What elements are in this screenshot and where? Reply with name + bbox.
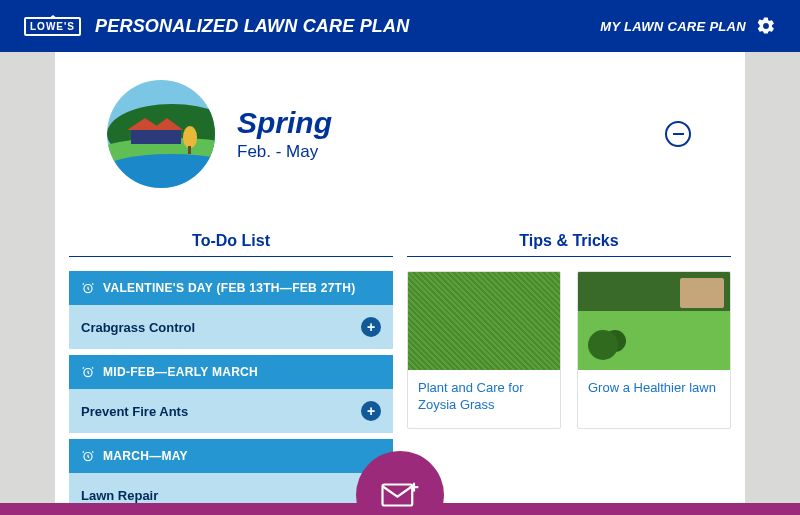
todo-group-label: VALENTINE'S DAY (FEB 13TH—FEB 27TH) [103, 281, 356, 295]
todo-group-header[interactable]: VALENTINE'S DAY (FEB 13TH—FEB 27TH) [69, 271, 393, 305]
task-label: Crabgrass Control [81, 320, 195, 335]
expand-task-button[interactable]: + [361, 401, 381, 421]
logo-text: LOWE'S [30, 21, 75, 32]
envelope-plus-icon [379, 479, 421, 511]
header-left: LOWE'S PERSONALIZED LAWN CARE PLAN [24, 16, 409, 37]
tips-heading: Tips & Tricks [407, 232, 731, 257]
my-plan-link[interactable]: MY LAWN CARE PLAN [600, 19, 746, 34]
svg-rect-3 [383, 485, 413, 506]
season-illustration [107, 80, 215, 188]
todo-groups: VALENTINE'S DAY (FEB 13TH—FEB 27TH) Crab… [69, 271, 393, 515]
header-right: MY LAWN CARE PLAN [600, 16, 776, 36]
todo-group-header[interactable]: MID-FEB—EARLY MARCH [69, 355, 393, 389]
todo-group-label: MID-FEB—EARLY MARCH [103, 365, 258, 379]
tips-column: Tips & Tricks Plant and Care for Zoysia … [407, 232, 731, 515]
task-label: Prevent Fire Ants [81, 404, 188, 419]
tip-thumbnail [578, 272, 730, 370]
tips-grid: Plant and Care for Zoysia Grass Grow a H… [407, 271, 731, 429]
collapse-button[interactable] [665, 121, 691, 147]
tip-card[interactable]: Plant and Care for Zoysia Grass [407, 271, 561, 429]
alarm-clock-icon [81, 449, 95, 463]
task-label: Lawn Repair [81, 488, 158, 503]
page-body: Spring Feb. - May To-Do List VALENTINE'S… [0, 52, 800, 515]
tip-label: Plant and Care for Zoysia Grass [408, 370, 560, 428]
season-header-row: Spring Feb. - May [55, 80, 745, 188]
season-subtitle: Feb. - May [237, 142, 332, 162]
expand-task-button[interactable]: + [361, 317, 381, 337]
alarm-clock-icon [81, 281, 95, 295]
tip-label: Grow a Healthier lawn [578, 370, 730, 416]
season-text: Spring Feb. - May [237, 106, 332, 162]
season-title: Spring [237, 106, 332, 140]
app-header: LOWE'S PERSONALIZED LAWN CARE PLAN MY LA… [0, 0, 800, 52]
minus-icon [673, 133, 684, 136]
todo-task-row[interactable]: Crabgrass Control + [69, 305, 393, 349]
todo-group: MID-FEB—EARLY MARCH Prevent Fire Ants + [69, 355, 393, 433]
page-title: PERSONALIZED LAWN CARE PLAN [95, 16, 409, 37]
tip-thumbnail [408, 272, 560, 370]
todo-heading: To-Do List [69, 232, 393, 257]
tip-card[interactable]: Grow a Healthier lawn [577, 271, 731, 429]
todo-group-header[interactable]: MARCH—MAY [69, 439, 393, 473]
todo-group: VALENTINE'S DAY (FEB 13TH—FEB 27TH) Crab… [69, 271, 393, 349]
todo-group-label: MARCH—MAY [103, 449, 188, 463]
todo-task-row[interactable]: Prevent Fire Ants + [69, 389, 393, 433]
gear-icon[interactable] [756, 16, 776, 36]
season-card: Spring Feb. - May To-Do List VALENTINE'S… [55, 52, 745, 515]
alarm-clock-icon [81, 365, 95, 379]
lowes-logo[interactable]: LOWE'S [24, 17, 81, 36]
todo-column: To-Do List VALENTINE'S DAY (FEB 13TH—FEB… [69, 232, 393, 515]
